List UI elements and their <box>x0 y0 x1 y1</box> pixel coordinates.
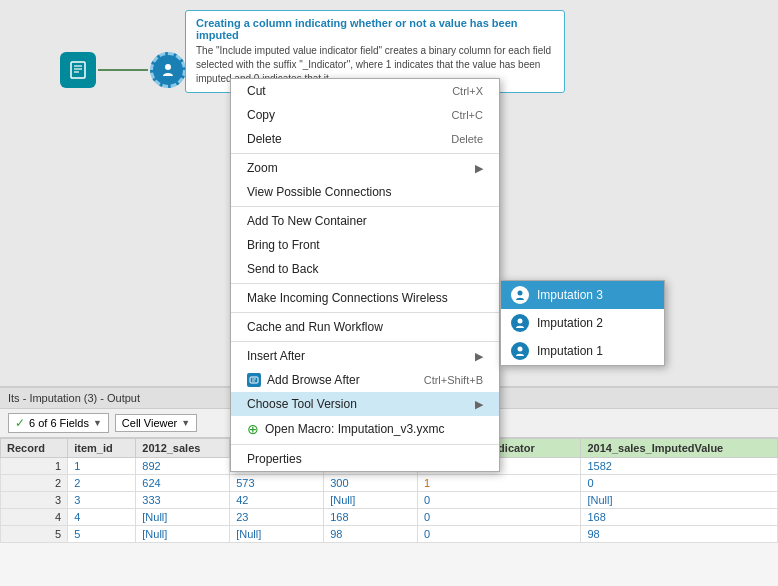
table-cell: 168 <box>581 509 778 526</box>
table-cell: 4 <box>68 509 136 526</box>
table-cell: 1 <box>418 475 581 492</box>
fields-dropdown-arrow: ▼ <box>93 418 102 428</box>
table-cell: 5 <box>68 526 136 543</box>
cell-viewer-arrow: ▼ <box>181 418 190 428</box>
menu-add-container[interactable]: Add To New Container <box>231 209 499 233</box>
svg-point-10 <box>518 347 523 352</box>
menu-copy[interactable]: Copy Ctrl+C <box>231 103 499 127</box>
submenu-imputation-2[interactable]: Imputation 2 <box>501 309 664 337</box>
col-header-item-id: item_id <box>68 439 136 458</box>
col-header-imputed: 2014_sales_ImputedValue <box>581 439 778 458</box>
separator-5 <box>231 341 499 342</box>
results-label: Its - Imputation (3) - Output <box>8 392 140 404</box>
svg-point-9 <box>518 319 523 324</box>
cell-viewer-label: Cell Viewer <box>122 417 177 429</box>
menu-cut[interactable]: Cut Ctrl+X <box>231 79 499 103</box>
imputation-tool-icon[interactable] <box>150 52 186 88</box>
table-cell: 0 <box>418 492 581 509</box>
table-cell: 0 <box>418 509 581 526</box>
table-cell: 98 <box>324 526 418 543</box>
plus-icon: ⊕ <box>247 421 259 437</box>
canvas-area: Creating a column indicating whether or … <box>0 0 778 390</box>
submenu-imputation-3[interactable]: Imputation 3 <box>501 281 664 309</box>
book-tool-icon[interactable] <box>60 52 96 88</box>
menu-cache-run[interactable]: Cache and Run Workflow <box>231 315 499 339</box>
separator-2 <box>231 206 499 207</box>
table-cell: 3 <box>1 492 68 509</box>
separator-4 <box>231 312 499 313</box>
table-cell: 42 <box>230 492 324 509</box>
context-menu: Cut Ctrl+X Copy Ctrl+C Delete Delete Zoo… <box>230 78 500 472</box>
menu-wireless[interactable]: Make Incoming Connections Wireless <box>231 286 499 310</box>
imputation-1-icon <box>511 342 529 360</box>
table-cell: 2 <box>1 475 68 492</box>
svg-point-8 <box>518 291 523 296</box>
separator-3 <box>231 283 499 284</box>
menu-insert-after[interactable]: Insert After ▶ <box>231 344 499 368</box>
svg-rect-5 <box>250 377 258 383</box>
separator-1 <box>231 153 499 154</box>
svg-rect-0 <box>71 62 85 78</box>
tooltip-title: Creating a column indicating whether or … <box>196 17 554 41</box>
table-row: 55[Null][Null]98098 <box>1 526 778 543</box>
separator-6 <box>231 444 499 445</box>
imputation-3-icon <box>511 286 529 304</box>
table-row: 44[Null]231680168 <box>1 509 778 526</box>
table-cell: 300 <box>324 475 418 492</box>
table-row: 2262457330010 <box>1 475 778 492</box>
table-cell: 98 <box>581 526 778 543</box>
table-cell: [Null] <box>136 526 230 543</box>
svg-point-4 <box>165 64 171 70</box>
table-cell: 168 <box>324 509 418 526</box>
connector-line <box>98 69 148 71</box>
tool-version-submenu: Imputation 3 Imputation 2 Imputation 1 <box>500 280 665 366</box>
cell-viewer-dropdown[interactable]: Cell Viewer ▼ <box>115 414 197 432</box>
menu-choose-version[interactable]: Choose Tool Version ▶ <box>231 392 499 416</box>
menu-properties[interactable]: Properties <box>231 447 499 471</box>
table-cell: 333 <box>136 492 230 509</box>
table-cell: 573 <box>230 475 324 492</box>
menu-add-browse[interactable]: Add Browse After Ctrl+Shift+B <box>231 368 499 392</box>
fields-check-icon: ✓ <box>15 416 25 430</box>
table-cell: 1 <box>1 458 68 475</box>
table-cell: 1 <box>68 458 136 475</box>
col-header-record: Record <box>1 439 68 458</box>
menu-view-connections[interactable]: View Possible Connections <box>231 180 499 204</box>
table-cell: 892 <box>136 458 230 475</box>
table-cell: 0 <box>418 526 581 543</box>
table-cell: 5 <box>1 526 68 543</box>
submenu-imputation-1[interactable]: Imputation 1 <box>501 337 664 365</box>
col-header-2012: 2012_sales <box>136 439 230 458</box>
menu-open-macro[interactable]: ⊕ Open Macro: Imputation_v3.yxmc <box>231 416 499 442</box>
table-cell: 3 <box>68 492 136 509</box>
menu-bring-front[interactable]: Bring to Front <box>231 233 499 257</box>
table-cell: 23 <box>230 509 324 526</box>
menu-delete[interactable]: Delete Delete <box>231 127 499 151</box>
imputation-2-icon <box>511 314 529 332</box>
table-row: 3333342[Null]0[Null] <box>1 492 778 509</box>
menu-zoom[interactable]: Zoom ▶ <box>231 156 499 180</box>
table-cell: 0 <box>581 475 778 492</box>
table-cell: 624 <box>136 475 230 492</box>
fields-label: 6 of 6 Fields <box>29 417 89 429</box>
table-cell: [Null] <box>230 526 324 543</box>
table-cell: 4 <box>1 509 68 526</box>
fields-dropdown[interactable]: ✓ 6 of 6 Fields ▼ <box>8 413 109 433</box>
tool-nodes <box>60 52 186 88</box>
table-cell: [Null] <box>324 492 418 509</box>
browse-icon <box>247 373 261 387</box>
table-cell: 1582 <box>581 458 778 475</box>
table-cell: 2 <box>68 475 136 492</box>
table-cell: [Null] <box>136 509 230 526</box>
table-cell: [Null] <box>581 492 778 509</box>
menu-send-back[interactable]: Send to Back <box>231 257 499 281</box>
